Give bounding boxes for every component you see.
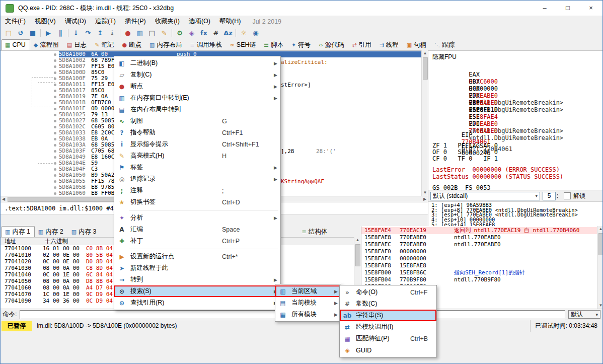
menu-item-create-thread-here[interactable]: ➤ 新建线程于此 <box>114 262 280 274</box>
calling-convention-select[interactable]: 默认 (stdcall) ▾ <box>430 192 540 200</box>
tab-cpu[interactable]: ▦ CPU <box>2 39 30 50</box>
menu-item-follow-in-dump[interactable]: ▥ 在内存窗口中转到(E) ▶ <box>114 92 280 104</box>
tab-log[interactable]: ▤ 日志 <box>63 39 91 50</box>
toolbar-separator[interactable] <box>234 28 238 38</box>
tab-memory-map[interactable]: ▥ 内存布局 <box>146 39 186 50</box>
spinner-arrows-icon[interactable]: ▴▾ <box>556 192 558 200</box>
tab-source[interactable]: ‹› 源代码 <box>315 39 348 50</box>
menubar-item[interactable]: 选项(O) <box>184 16 215 27</box>
submenu-item-all-modules[interactable]: ▦ 所有模块 ▶ <box>275 309 341 320</box>
settings-icon[interactable]: ⚙ <box>174 28 186 38</box>
registers-panel[interactable]: 隐藏FPU EAX 007C6000 EBX 00000000 ECX 770E… <box>428 50 603 226</box>
menu-separator[interactable] <box>114 208 280 212</box>
close-button[interactable]: × <box>579 1 602 16</box>
menu-item-binary[interactable]: ◧ 二进制(B) ▶ <box>114 57 280 69</box>
memory-map-icon[interactable]: ▦ <box>134 28 146 38</box>
step-into-icon[interactable]: ↓ <box>70 28 82 38</box>
step-over-icon[interactable]: ↷ <box>82 28 94 38</box>
menubar-item[interactable]: 收藏夹(I) <box>150 16 184 27</box>
stack-vertical-scrollbar[interactable]: ▲ ▼ <box>597 226 603 309</box>
menu-separator[interactable] <box>114 247 280 251</box>
menu-item-search[interactable]: ⊙ 搜索(S) ▶ <box>114 285 280 297</box>
menubar-item[interactable]: 文件(F) <box>1 16 30 27</box>
register-row[interactable]: EAX 007C6000 <box>432 64 603 71</box>
tab-dump-3[interactable]: ▥ 内存 3 <box>68 226 101 237</box>
log-icon[interactable]: ▤ <box>146 28 158 38</box>
tab-struct[interactable]: ≡ 结构体 <box>298 226 332 237</box>
tab-graph[interactable]: ◆ 流程图 <box>30 39 63 50</box>
minimize-button[interactable]: – <box>533 1 556 16</box>
menu-item-assemble[interactable]: A 汇编 Space <box>114 224 280 235</box>
scroll-up-icon[interactable]: ▲ <box>422 50 428 56</box>
menu-item-comment[interactable]: ; 注释 ; <box>114 185 280 196</box>
scrollbar-thumb[interactable] <box>355 244 360 266</box>
breakpoint-dot-icon[interactable] <box>54 168 56 171</box>
menu-item-follow-in-memory-map[interactable]: ▤ 在内存布局中转到 <box>114 104 280 115</box>
breakpoint-dot-icon[interactable] <box>54 180 56 183</box>
menu-item-breakpoint[interactable]: ● 断点 ▶ <box>114 81 280 92</box>
tab-trace[interactable]: ⋱ 跟踪 <box>431 39 459 50</box>
about-icon[interactable]: ◉ <box>250 28 262 38</box>
menu-item-goto[interactable]: → 转到 ▶ <box>114 274 280 285</box>
breakpoint-dot-icon[interactable] <box>54 59 56 62</box>
menu-item-graph[interactable]: ∿ 制图 G <box>114 115 280 127</box>
breakpoints-icon[interactable]: ● <box>122 28 134 38</box>
constant-icon[interactable]: # <box>210 28 222 38</box>
breakpoint-dot-icon[interactable] <box>54 192 56 195</box>
tab-references[interactable]: ⇄ 引用 <box>348 39 375 50</box>
toolbar-separator[interactable] <box>39 28 42 38</box>
pause-icon[interactable]: ∥ <box>54 28 66 38</box>
open-file-icon[interactable]: ▤ <box>3 28 15 38</box>
last-error-row[interactable]: LastError 00000000 (ERROR_SUCCESS) <box>432 166 603 173</box>
stack-row[interactable]: 15E8FAEC 770EABE0 ntdll.770EABE0 <box>361 241 597 248</box>
stack-row[interactable]: 15E8FB00 15E8FB6C 指向SEH_Record[1]的指针 <box>361 269 597 276</box>
breakpoint-dot-icon[interactable] <box>54 174 56 177</box>
breakpoint-dot-icon[interactable] <box>54 71 56 74</box>
scroll-down-icon[interactable]: ▼ <box>598 303 603 309</box>
restart-icon[interactable]: ↺ <box>15 28 27 38</box>
stack-row[interactable]: 15E8FAF8 15E8FAE8 <box>361 262 597 269</box>
toolbar-separator[interactable] <box>170 28 174 38</box>
tab-notes[interactable]: ✎ 笔记 <box>91 39 118 50</box>
search-item-intermodular-calls[interactable]: ⇄ 跨模块调用(I) <box>340 321 436 333</box>
tab-breakpoints[interactable]: ● 断点 <box>118 39 146 50</box>
scrollbar-thumb[interactable] <box>598 233 603 255</box>
tab-seh[interactable]: ∞ SEH链 <box>227 39 260 50</box>
arg-count-spinner[interactable]: 5 ▴▾ <box>543 192 558 200</box>
menu-item-show-mnemonic-brief[interactable]: i 显示指令提示 Ctrl+Shift+F1 <box>114 138 280 150</box>
tab-symbols[interactable]: ✦ 符号 <box>288 39 315 50</box>
scrollbar-thumb[interactable] <box>423 57 428 80</box>
stack-row[interactable]: 15E8FAF4 00000000 <box>361 255 597 262</box>
tab-script[interactable]: ☰ 脚本 <box>260 39 288 50</box>
stop-icon[interactable]: ■ <box>27 28 39 38</box>
submenu-item-current-region[interactable]: ▥ 当前区域 ▶ <box>275 285 341 297</box>
toolbar-separator[interactable] <box>66 28 70 38</box>
breakpoint-dot-icon[interactable] <box>54 65 56 68</box>
strings-icon[interactable]: Az <box>222 28 234 38</box>
menu-item-instruction-help[interactable]: ? 指令帮助 Ctrl+F1 <box>114 127 280 138</box>
search-item-command[interactable]: » 命令(O) Ctrl+F <box>340 286 436 298</box>
functions-icon[interactable]: fx <box>198 28 210 38</box>
menu-item-analysis[interactable]: ✦ 分析 ▶ <box>114 212 280 224</box>
submenu-item-current-module[interactable]: ▤ 当前模块 ▶ <box>275 297 341 309</box>
maximize-button[interactable]: □ <box>556 1 579 16</box>
menu-item-copy[interactable]: ▱ 复制(C) ▶ <box>114 69 280 81</box>
menu-item-find-references[interactable]: ⊙ 查找引用(R) ▶ <box>114 297 280 309</box>
scylla-icon[interactable]: ◈ <box>186 28 198 38</box>
stack-row[interactable]: 15E8FAE8 770EABE0 ntdll.770EABE0 <box>361 234 597 241</box>
tab-dump-2[interactable]: ▥ 内存 2 <box>35 226 68 237</box>
unlock-checkbox[interactable] <box>564 192 571 199</box>
search-item-guid[interactable]: ◈ GUID <box>340 344 436 356</box>
breakpoint-dot-icon[interactable] <box>54 53 56 56</box>
menu-item-set-new-origin[interactable]: ▶ 设置新的运行点 Ctrl+* <box>114 251 280 262</box>
menubar-item[interactable]: 调试(D) <box>60 16 91 27</box>
execute-till-return-icon[interactable]: ↥ <box>94 28 106 38</box>
command-profile-select[interactable]: 默认 ▾ <box>568 310 600 319</box>
menu-item-trace-record[interactable]: ◎ 追踪记录 ▶ <box>114 173 280 185</box>
flags-row[interactable]: CF 0 TF 0 IF 1 <box>432 156 603 162</box>
search-item-constant[interactable]: # 常数(C) <box>340 298 436 310</box>
stack-row[interactable]: 15E8FAF0 00000000 <box>361 248 597 255</box>
preferences-icon[interactable]: ☼ <box>238 28 250 38</box>
breakpoint-dot-icon[interactable] <box>54 186 56 189</box>
menu-item-label[interactable]: ⚑ 标签 ▶ <box>114 162 280 173</box>
